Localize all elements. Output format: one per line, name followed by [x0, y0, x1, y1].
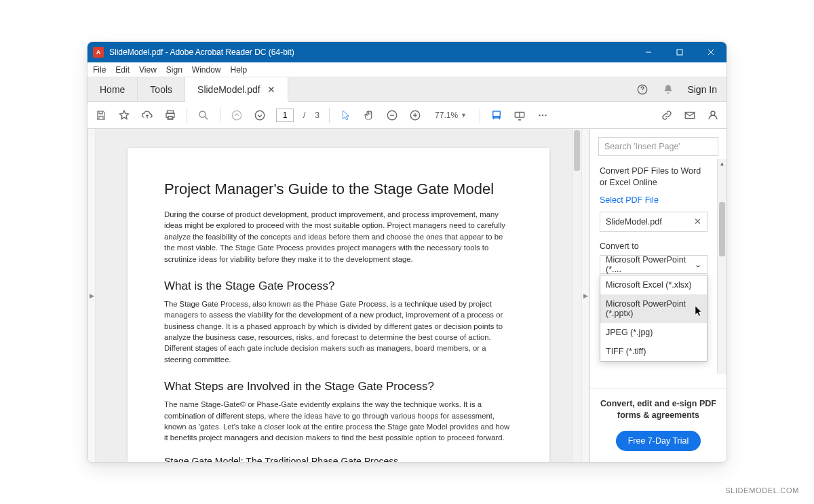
link-share-icon[interactable]: [660, 109, 674, 122]
zoom-in-icon[interactable]: [408, 109, 422, 122]
doc-h2b: What Steps are Involved in the Stage Gat…: [164, 380, 513, 393]
left-panel-handle[interactable]: ▶: [88, 129, 96, 462]
acrobat-app-icon: A: [93, 47, 104, 58]
chevron-down-icon: ⌄: [695, 260, 701, 269]
help-icon[interactable]: [636, 83, 649, 96]
more-icon[interactable]: [536, 109, 549, 122]
menubar: File Edit View Sign Window Help: [88, 62, 726, 77]
svg-line-9: [205, 117, 208, 119]
tab-home[interactable]: Home: [88, 77, 138, 101]
tabbar: Home Tools SlideModel.pdf ✕ Sign In: [88, 77, 726, 102]
right-panel-handle[interactable]: ▶: [581, 129, 589, 462]
doc-p1: During the course of product development…: [164, 209, 513, 265]
tab-tools-label: Tools: [150, 84, 172, 95]
page-up-icon[interactable]: [230, 109, 244, 122]
convert-format-select[interactable]: Microsoft PowerPoint (*.... ⌄ Microsoft …: [600, 255, 708, 274]
window-controls: [633, 42, 726, 62]
search-input[interactable]: Search 'Insert Page': [598, 137, 718, 156]
print-icon[interactable]: [163, 109, 177, 122]
free-trial-button[interactable]: Free 7-Day Trial: [616, 431, 701, 451]
hand-tool-icon[interactable]: [362, 109, 376, 122]
selection-tool-icon[interactable]: [339, 109, 353, 122]
doc-p3: The name Stage-Gate© or Phase-Gate evide…: [164, 399, 513, 444]
account-icon[interactable]: [706, 109, 720, 122]
svg-point-22: [545, 114, 546, 115]
read-mode-icon[interactable]: [513, 109, 526, 122]
svg-rect-17: [493, 111, 501, 117]
svg-rect-7: [168, 116, 172, 119]
menu-window[interactable]: Window: [192, 65, 221, 75]
select-file-link[interactable]: Select PDF File: [600, 195, 708, 205]
page-total: 3: [315, 111, 319, 120]
zoom-out-icon[interactable]: [385, 109, 399, 122]
doc-h2a: What is the Stage Gate Process?: [164, 279, 513, 293]
convert-to-label: Convert to: [600, 241, 708, 251]
page-down-icon[interactable]: [253, 109, 267, 122]
minimize-button[interactable]: [633, 42, 664, 62]
select-value: Microsoft PowerPoint (*....: [606, 255, 695, 274]
window-title: SlideModel.pdf - Adobe Acrobat Reader DC…: [109, 47, 633, 57]
bell-icon[interactable]: [661, 83, 675, 96]
selected-file-box: SlideModel.pdf ✕: [600, 212, 708, 232]
menu-file[interactable]: File: [93, 65, 106, 75]
doc-title: Project Manager's Guide to the Stage Gat…: [164, 180, 513, 198]
page-number-input[interactable]: [276, 109, 294, 122]
doc-p2: The Stage Gate Process, also known as th…: [164, 298, 513, 365]
tab-document-label: SlideModel.pdf: [197, 84, 260, 95]
tab-home-label: Home: [100, 84, 125, 95]
menu-edit[interactable]: Edit: [115, 65, 130, 75]
zoom-value: 77.1%: [435, 111, 458, 120]
svg-point-20: [539, 114, 540, 115]
star-icon[interactable]: [117, 109, 131, 122]
remove-file-icon[interactable]: ✕: [694, 216, 701, 227]
svg-point-5: [642, 92, 643, 92]
svg-rect-1: [677, 50, 682, 55]
tools-sidepanel: Search 'Insert Page' Convert PDF Files t…: [589, 129, 726, 462]
option-jpeg[interactable]: JPEG (*.jpg): [600, 323, 707, 342]
scroll-up-icon[interactable]: ▲: [718, 159, 726, 168]
toolbar: / 3 77.1% ▼: [88, 102, 726, 129]
panel-section-title: Convert PDF Files to Word or Excel Onlin…: [600, 166, 708, 189]
app-window: A SlideModel.pdf - Adobe Acrobat Reader …: [87, 41, 727, 463]
maximize-button[interactable]: [664, 42, 695, 62]
search-placeholder: Search 'Insert Page': [604, 142, 680, 151]
zoom-find-icon[interactable]: [197, 109, 210, 122]
watermark: SLIDEMODEL.COM: [725, 486, 799, 495]
promo-headline: Convert, edit and e-sign PDF forms & agr…: [600, 398, 717, 421]
page-sep: /: [303, 111, 305, 120]
menu-view[interactable]: View: [139, 65, 157, 75]
zoom-select[interactable]: 77.1% ▼: [431, 109, 470, 122]
cloud-upload-icon[interactable]: [140, 109, 154, 122]
svg-point-8: [199, 111, 206, 117]
doc-h3: Stage Gate Model: The Traditional Phase …: [164, 456, 513, 462]
email-icon[interactable]: [683, 109, 697, 122]
sidepanel-scrollbar[interactable]: ▲: [717, 159, 726, 374]
option-xlsx[interactable]: Microsoft Excel (*.xlsx): [600, 275, 707, 294]
tab-close-icon[interactable]: ✕: [267, 84, 275, 95]
format-dropdown: Microsoft Excel (*.xlsx) Microsoft Power…: [600, 275, 708, 362]
menu-sign[interactable]: Sign: [166, 65, 182, 75]
tab-document[interactable]: SlideModel.pdf ✕: [185, 77, 288, 102]
document-scrollbar[interactable]: [572, 129, 581, 462]
save-icon[interactable]: [94, 109, 108, 122]
tab-tools[interactable]: Tools: [138, 77, 185, 101]
caret-down-icon: ▼: [461, 112, 467, 119]
close-button[interactable]: [695, 42, 726, 62]
option-tiff[interactable]: TIFF (*.tiff): [600, 342, 707, 361]
document-area: Project Manager's Guide to the Stage Gat…: [96, 129, 581, 462]
titlebar: A SlideModel.pdf - Adobe Acrobat Reader …: [88, 42, 726, 62]
promo-box: Convert, edit and e-sign PDF forms & agr…: [590, 388, 726, 462]
menu-help[interactable]: Help: [231, 65, 248, 75]
svg-point-21: [542, 114, 543, 115]
svg-point-11: [255, 111, 265, 120]
content-row: ▶ Project Manager's Guide to the Stage G…: [88, 129, 726, 462]
svg-point-10: [232, 111, 241, 120]
selected-file-name: SlideModel.pdf: [606, 217, 662, 227]
sign-in-link[interactable]: Sign In: [687, 84, 717, 95]
pdf-page: Project Manager's Guide to the Stage Gat…: [128, 148, 549, 462]
option-pptx[interactable]: Microsoft PowerPoint (*.pptx): [600, 294, 707, 323]
svg-point-24: [711, 111, 715, 115]
fit-width-icon[interactable]: [490, 109, 503, 122]
